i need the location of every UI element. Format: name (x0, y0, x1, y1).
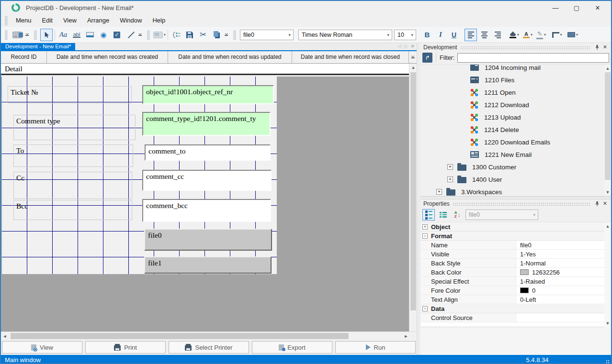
column-updated[interactable]: Date and time when record was updated (168, 51, 292, 63)
designer-canvas[interactable]: Ticket № object_id!1001.object_ref_nr Co… (1, 77, 409, 339)
tree-scroll-thumb[interactable] (605, 72, 611, 180)
scroll-up-icon[interactable]: ▲ (409, 64, 417, 71)
bold-button[interactable]: B (421, 29, 433, 41)
toolbar-grip-3[interactable] (147, 30, 150, 40)
resize-grip[interactable] (606, 360, 610, 364)
overflow-chevron-icon[interactable] (225, 33, 228, 36)
fill-color-button[interactable]: ▾ (508, 29, 521, 41)
select-pointer-button[interactable] (40, 29, 53, 41)
property-row-text-align[interactable]: Text Align0-Left (420, 295, 611, 304)
tree-item-3-workspaces[interactable]: +3.Workspaces (420, 186, 604, 196)
tree-item-1214-delete[interactable]: 1214 Delete (420, 123, 604, 136)
pin-icon[interactable] (595, 44, 600, 50)
toolbar-grip-4[interactable] (233, 30, 236, 40)
scroll-right-icon[interactable]: ► (402, 332, 410, 341)
menubar-grip[interactable] (5, 16, 8, 25)
alphabetic-view-button[interactable] (437, 209, 449, 221)
label-tool-button[interactable]: Aa (57, 29, 69, 41)
run-button[interactable]: Run (335, 341, 416, 353)
overflow-chevron-icon[interactable] (25, 33, 29, 36)
shape-fill-button[interactable]: ▾ (567, 29, 579, 41)
new-report-button[interactable] (11, 29, 23, 41)
columns-overflow-icon[interactable] (411, 56, 415, 58)
tab-scroll-right-icon[interactable]: ▷ (404, 44, 408, 49)
form-field-comment-bcc[interactable]: comment_bcc (142, 199, 271, 222)
form-label-comment-type[interactable]: Comment type (13, 115, 136, 140)
select-printer-button[interactable]: Select Printer (169, 341, 249, 353)
overflow-chevron-icon[interactable] (138, 33, 142, 36)
align-right-button[interactable] (491, 29, 504, 41)
panel-splitter[interactable] (417, 43, 420, 355)
column-closed[interactable]: Date and time when record was closed (292, 51, 409, 63)
toolbar-grip-1[interactable] (5, 30, 8, 40)
print-button[interactable]: Print (85, 341, 166, 353)
pane-close-icon[interactable]: ✕ (603, 200, 607, 207)
expand-icon[interactable]: + (436, 189, 442, 195)
form-label-to[interactable]: To (13, 144, 133, 167)
detail-band-header[interactable]: Detail (1, 64, 409, 75)
outline-button[interactable] (170, 29, 182, 41)
properties-splitter[interactable] (420, 196, 611, 199)
tree-item-1400-user[interactable]: +1400 User (420, 173, 604, 186)
underline-button[interactable]: U (448, 29, 460, 41)
menu-item-window[interactable]: Window (114, 15, 147, 26)
align-center-button[interactable] (478, 29, 490, 41)
menu-item-menu[interactable]: Menu (11, 15, 37, 26)
property-group-data[interactable]: −Data (420, 304, 611, 313)
form-field-object-ref[interactable]: object_id!1001.object_ref_nr (142, 85, 274, 104)
collapse-icon[interactable]: − (422, 306, 428, 311)
highlight-button[interactable]: ✎ ▾ (535, 29, 547, 41)
copy-button[interactable] (210, 29, 223, 41)
radio-tool-button[interactable]: ◉ (97, 29, 110, 41)
object-selector-combo[interactable]: file0▾ (240, 30, 294, 40)
tree-item-1204-incoming-mail[interactable]: 1204 Incoming mail (420, 65, 604, 74)
expand-icon[interactable]: + (422, 224, 428, 230)
pin-icon[interactable] (595, 201, 600, 207)
property-row-special-effect[interactable]: Special Effect1-Raised (420, 277, 611, 286)
textbox-tool-button[interactable]: abl (70, 29, 83, 41)
form-grid[interactable]: Ticket № object_id!1001.object_ref_nr Co… (2, 77, 277, 274)
tab-development-new-email[interactable]: Development - New Email* (1, 43, 75, 50)
tree-item-1213-upload[interactable]: 1213 Upload (420, 111, 604, 123)
insert-object-button[interactable]: ▾ (153, 29, 166, 41)
cut-button[interactable]: ✂ (197, 29, 209, 41)
form-label-bcc[interactable]: Bcc (13, 200, 132, 220)
property-row-fore-color[interactable]: Fore Color0 (420, 286, 611, 295)
navigate-button[interactable]: ↱ (422, 53, 432, 63)
form-field-comment-to[interactable]: comment_to (145, 144, 271, 161)
font-size-combo[interactable]: 10▾ (394, 30, 416, 40)
scroll-down-icon[interactable]: ▼ (604, 320, 611, 327)
border-style-button[interactable]: ▾ (551, 29, 563, 41)
toolbar-grip-2[interactable] (34, 30, 37, 40)
tree-item-1221-new-email[interactable]: 1221 New Email (420, 148, 604, 161)
scroll-down-icon[interactable]: ▼ (604, 188, 611, 196)
form-field-file1[interactable]: file1 (144, 256, 272, 274)
font-name-combo[interactable]: Times New Roman▾ (298, 30, 392, 40)
save-button[interactable] (183, 29, 196, 41)
view-button[interactable]: View (2, 341, 82, 353)
pane-close-icon[interactable]: ✕ (603, 44, 607, 50)
sort-button[interactable]: AZ↓ (451, 209, 464, 221)
font-color-button[interactable]: A ▾ (521, 29, 534, 41)
italic-button[interactable]: I (434, 29, 447, 41)
vertical-scroll-thumb[interactable] (410, 72, 416, 310)
close-button[interactable]: ✕ (587, 1, 608, 14)
maximize-button[interactable]: ▢ (566, 1, 587, 14)
form-field-comment-type[interactable]: comment_type_id!1201.comment_ty (142, 112, 271, 136)
minimize-button[interactable]: — (545, 1, 566, 14)
properties-scrollbar[interactable]: ▲ ▼ (604, 222, 611, 327)
column-created[interactable]: Date and time when record was created (47, 51, 168, 63)
scroll-up-icon[interactable]: ▲ (604, 222, 611, 230)
form-field-file0-selected[interactable]: file0 (144, 229, 272, 251)
tree-item-1300-customer[interactable]: +1300 Customer (420, 161, 604, 173)
tree-item-1220-download-emails[interactable]: 1220 Download Emails (420, 136, 604, 148)
line-tool-button[interactable] (124, 29, 136, 41)
property-row-name[interactable]: Namefile0 (420, 241, 611, 250)
align-left-button[interactable] (465, 29, 477, 41)
tree-scrollbar[interactable]: ▲ ▼ (604, 65, 611, 196)
property-row-back-style[interactable]: Back Style1-Normal (420, 259, 611, 268)
tree-item-1210-files[interactable]: 1210 Files (420, 74, 604, 86)
menu-item-view[interactable]: View (58, 15, 82, 26)
filter-input[interactable] (457, 53, 609, 63)
properties-object-combo[interactable]: file0▾ (465, 210, 538, 220)
